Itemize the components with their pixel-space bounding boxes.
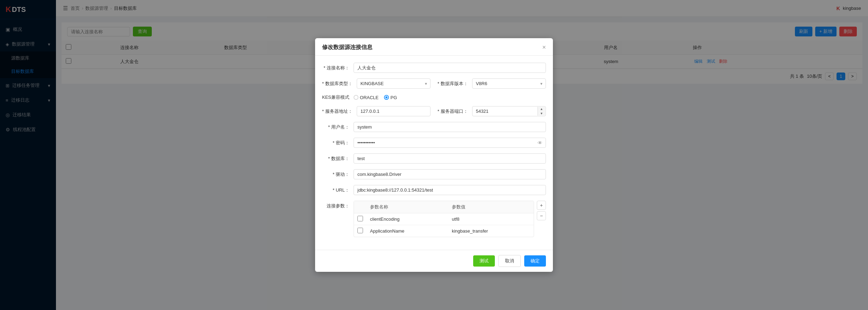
url-label: * URL：: [322, 187, 354, 193]
url-input[interactable]: [354, 185, 546, 195]
params-row2-checkbox[interactable]: [357, 228, 363, 233]
params-label: 连接参数：: [322, 201, 354, 209]
kes-mode-radio-group: ORACLE PG: [354, 95, 397, 100]
eye-icon[interactable]: 👁: [538, 140, 542, 146]
params-remove-button[interactable]: −: [537, 211, 546, 220]
radio-pg[interactable]: PG: [384, 95, 397, 100]
database-label: * 数据库：: [322, 156, 354, 162]
params-row-2: ApplicationName kingbase_transfer: [354, 225, 534, 237]
params-col-name: 参数名称: [367, 201, 448, 213]
modal-header: 修改数据源连接信息 ×: [315, 38, 553, 56]
params-row1-value: utf8: [448, 213, 534, 225]
connection-name-input[interactable]: [354, 63, 546, 73]
params-row2-name: ApplicationName: [367, 225, 448, 237]
server-label: * 服务器地址：: [322, 108, 357, 115]
password-input[interactable]: [354, 138, 546, 148]
username-label: * 用户名：: [322, 124, 354, 130]
form-row-database: * 数据库：: [322, 153, 546, 164]
port-label: * 服务器端口：: [437, 108, 472, 115]
db-version-select-wrapper: V8R6: [472, 78, 546, 89]
form-row-password: * 密码： 👁: [322, 138, 546, 148]
db-version-select[interactable]: V8R6: [472, 78, 546, 89]
modal-test-button[interactable]: 测试: [473, 255, 495, 267]
modal-body: * 连接名称： * 数据库类型： KINGBASE * 数据库版本：: [315, 56, 553, 250]
params-row1-name: clientEncoding: [367, 213, 448, 225]
server-input[interactable]: [357, 106, 431, 116]
form-row-server-port: * 服务器地址： * 服务器端口： ▲ ▼: [322, 106, 546, 116]
kes-mode-label: KES兼容模式: [322, 94, 354, 101]
params-table-wrapper: 参数名称 参数值 clientEncoding utf8: [354, 201, 534, 237]
username-input[interactable]: [354, 122, 546, 132]
driver-input[interactable]: [354, 169, 546, 179]
port-spinners: ▲ ▼: [538, 107, 545, 116]
db-version-label: * 数据库版本：: [437, 81, 472, 87]
connection-name-label: * 连接名称：: [322, 65, 354, 71]
form-row-url: * URL：: [322, 185, 546, 195]
params-buttons: + −: [537, 201, 546, 237]
port-increment-button[interactable]: ▲: [538, 107, 545, 111]
radio-oracle[interactable]: ORACLE: [354, 95, 378, 100]
params-table: 参数名称 参数值 clientEncoding utf8: [354, 201, 534, 237]
radio-pg-circle: [384, 95, 389, 100]
driver-label: * 驱动：: [322, 171, 354, 178]
modal-title: 修改数据源连接信息: [322, 44, 372, 51]
db-type-select[interactable]: KINGBASE: [357, 78, 431, 89]
edit-modal: 修改数据源连接信息 × * 连接名称： * 数据库类型： KINGBASE: [315, 38, 553, 272]
form-row-username: * 用户名：: [322, 122, 546, 132]
password-wrapper: 👁: [354, 138, 546, 148]
form-row-connection-name: * 连接名称：: [322, 63, 546, 73]
radio-oracle-label: ORACLE: [360, 95, 378, 100]
params-outer: 参数名称 参数值 clientEncoding utf8: [354, 201, 546, 237]
params-row1-checkbox[interactable]: [357, 216, 363, 221]
port-input-wrapper: ▲ ▼: [472, 106, 546, 116]
params-col-value: 参数值: [448, 201, 534, 213]
radio-pg-label: PG: [390, 95, 397, 100]
params-row2-value: kingbase_transfer: [448, 225, 534, 237]
port-input[interactable]: [472, 106, 546, 116]
modal-close-button[interactable]: ×: [542, 44, 546, 51]
params-row-1: clientEncoding utf8: [354, 213, 534, 225]
form-row-params: 连接参数： 参数名称 参数值: [322, 201, 546, 237]
params-col-check: [354, 201, 367, 213]
db-type-select-wrapper: KINGBASE: [357, 78, 431, 89]
db-type-label: * 数据库类型：: [322, 81, 357, 87]
params-add-button[interactable]: +: [537, 201, 546, 210]
form-row-db-type-version: * 数据库类型： KINGBASE * 数据库版本： V8R6: [322, 78, 546, 89]
modal-cancel-button[interactable]: 取消: [498, 255, 521, 267]
password-label: * 密码：: [322, 140, 354, 146]
modal-footer: 测试 取消 确定: [315, 250, 553, 272]
form-row-driver: * 驱动：: [322, 169, 546, 179]
database-input[interactable]: [354, 153, 546, 164]
radio-oracle-circle: [354, 95, 358, 100]
modal-overlay: 修改数据源连接信息 × * 连接名称： * 数据库类型： KINGBASE: [0, 0, 868, 310]
form-row-kes-mode: KES兼容模式 ORACLE PG: [322, 94, 546, 101]
modal-confirm-button[interactable]: 确定: [524, 255, 546, 267]
port-decrement-button[interactable]: ▼: [538, 111, 545, 116]
